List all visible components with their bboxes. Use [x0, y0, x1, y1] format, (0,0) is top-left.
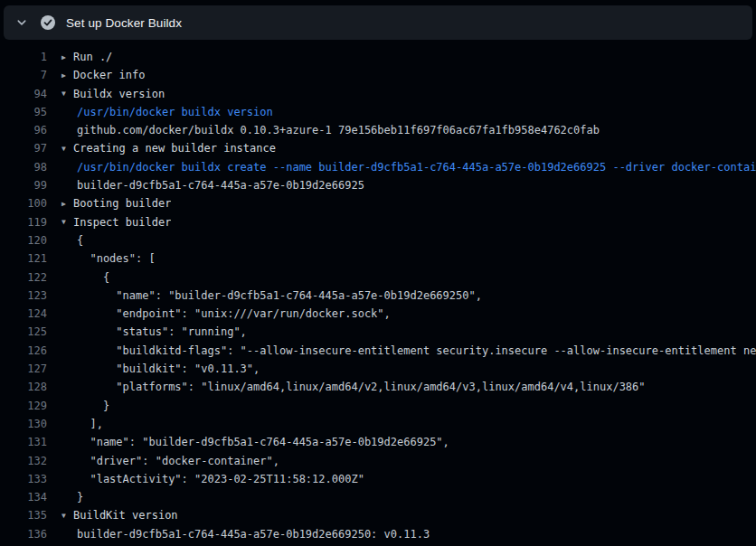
line-number-link[interactable]: 125: [0, 323, 47, 341]
check-circle-icon: [41, 15, 55, 30]
log-output-text: }: [47, 488, 83, 506]
line-number-link[interactable]: 122: [0, 268, 47, 287]
log-line: 132 "driver": "docker-container",: [0, 452, 756, 470]
line-number-link[interactable]: 119: [0, 213, 47, 231]
log-output-text: "buildkitd-flags": "--allow-insecure-ent…: [47, 342, 756, 360]
line-number-link[interactable]: 134: [0, 488, 47, 506]
log-line: 129 }: [0, 397, 756, 415]
line-number-link[interactable]: 120: [0, 231, 47, 249]
log-line: 1 ▶Run ./: [0, 48, 756, 66]
line-number-link[interactable]: 96: [0, 121, 47, 139]
log-line: 136 builder-d9cfb5a1-c764-445a-a57e-0b19…: [0, 525, 756, 543]
triangle-expanded-icon: ▼: [61, 507, 73, 525]
log-output-text: "name": "builder-d9cfb5a1-c764-445a-a57e…: [47, 433, 449, 451]
triangle-expanded-icon: ▼: [61, 85, 73, 103]
line-number-link[interactable]: 135: [0, 506, 47, 524]
log-output-text: ],: [47, 415, 103, 433]
triangle-collapsed-icon: ▶: [61, 49, 73, 67]
log-output-text: }: [47, 397, 109, 415]
line-number-link[interactable]: 1: [0, 48, 47, 66]
log-output-text: github.com/docker/buildx 0.10.3+azure-1 …: [47, 121, 600, 139]
log-line: 98 /usr/bin/docker buildx create --name …: [0, 158, 756, 176]
log-viewer: 1 ▶Run ./ 7 ▶Docker info 94 ▼Buildx vers…: [0, 40, 756, 546]
log-line: 125 "status": "running",: [0, 323, 756, 341]
log-line: 124 "endpoint": "unix:///var/run/docker.…: [0, 305, 756, 323]
log-line: 133 "lastActivity": "2023-02-25T11:58:12…: [0, 470, 756, 488]
log-group-title: BuildKit version: [73, 509, 178, 522]
log-line: 120 {: [0, 231, 756, 249]
log-group-title: Buildx version: [73, 88, 165, 100]
log-output-text: "endpoint": "unix:///var/run/docker.sock…: [47, 305, 391, 323]
log-group-title: Docker info: [73, 69, 145, 81]
log-group-toggle[interactable]: ▶Docker info: [47, 66, 145, 84]
log-group-title: Inspect builder: [73, 216, 171, 229]
step-title: Set up Docker Buildx: [66, 16, 182, 30]
line-number-link[interactable]: 136: [0, 525, 47, 543]
log-group-title: Booting builder: [73, 197, 171, 210]
log-line: 119 ▼Inspect builder: [0, 213, 756, 231]
triangle-collapsed-icon: ▶: [61, 67, 73, 85]
log-line: 7 ▶Docker info: [0, 66, 756, 84]
triangle-expanded-icon: ▼: [61, 140, 73, 158]
log-group-toggle[interactable]: ▼Inspect builder: [47, 213, 171, 231]
line-number-link[interactable]: 100: [0, 194, 47, 212]
log-line: 121 "nodes": [: [0, 249, 756, 268]
log-line: 127 "buildkit": "v0.11.3",: [0, 360, 756, 378]
line-number-link[interactable]: 123: [0, 287, 47, 305]
log-command-text: /usr/bin/docker buildx version: [47, 103, 273, 121]
log-line: 122 {: [0, 268, 756, 287]
triangle-collapsed-icon: ▶: [61, 195, 73, 213]
log-group-toggle[interactable]: ▶Booting builder: [47, 194, 171, 212]
log-output-text: {: [47, 268, 109, 287]
line-number-link[interactable]: 128: [0, 378, 47, 396]
log-group-toggle[interactable]: ▼Creating a new builder instance: [47, 139, 276, 157]
log-group-toggle[interactable]: ▼Buildx version: [47, 85, 165, 103]
line-number-link[interactable]: 131: [0, 433, 47, 451]
log-line: 130 ],: [0, 415, 756, 433]
log-command-text: /usr/bin/docker buildx create --name bui…: [47, 158, 756, 176]
log-line: 100 ▶Booting builder: [0, 194, 756, 212]
log-group-title: Creating a new builder instance: [73, 142, 276, 155]
line-number-link[interactable]: 127: [0, 360, 47, 378]
log-line: 94 ▼Buildx version: [0, 85, 756, 103]
log-output-text: "nodes": [: [47, 249, 156, 268]
log-group-toggle[interactable]: ▼BuildKit version: [47, 506, 178, 524]
log-output-text: "buildkit": "v0.11.3",: [47, 360, 260, 378]
log-output-text: builder-d9cfb5a1-c764-445a-a57e-0b19d2e6…: [47, 525, 430, 543]
line-number-link[interactable]: 121: [0, 249, 47, 268]
log-output-text: {: [47, 231, 83, 249]
line-number-link[interactable]: 7: [0, 66, 47, 84]
log-output-text: "lastActivity": "2023-02-25T11:58:12.000…: [47, 470, 364, 488]
line-number-link[interactable]: 95: [0, 103, 47, 121]
line-number-link[interactable]: 133: [0, 470, 47, 488]
log-group-toggle[interactable]: ▶Run ./: [47, 48, 112, 66]
log-line: 131 "name": "builder-d9cfb5a1-c764-445a-…: [0, 433, 756, 451]
log-line: 99 builder-d9cfb5a1-c764-445a-a57e-0b19d…: [0, 176, 756, 194]
log-output-text: "name": "builder-d9cfb5a1-c764-445a-a57e…: [47, 287, 482, 305]
log-output-text: builder-d9cfb5a1-c764-445a-a57e-0b19d2e6…: [47, 176, 364, 194]
triangle-expanded-icon: ▼: [61, 213, 73, 231]
log-line: 123 "name": "builder-d9cfb5a1-c764-445a-…: [0, 287, 756, 305]
log-line: 97 ▼Creating a new builder instance: [0, 139, 756, 157]
log-line: 126 "buildkitd-flags": "--allow-insecure…: [0, 342, 756, 360]
log-line: 135 ▼BuildKit version: [0, 506, 756, 524]
log-output-text: "status": "running",: [47, 323, 247, 341]
log-group-title: Run ./: [73, 51, 112, 63]
log-line: 96 github.com/docker/buildx 0.10.3+azure…: [0, 121, 756, 139]
line-number-link[interactable]: 129: [0, 397, 47, 415]
chevron-down-icon[interactable]: [14, 15, 29, 30]
step-header[interactable]: Set up Docker Buildx: [4, 5, 752, 40]
log-line: 134 }: [0, 488, 756, 506]
line-number-link[interactable]: 132: [0, 452, 47, 470]
log-output-text: "driver": "docker-container",: [47, 452, 279, 470]
log-output-text: "platforms": "linux/amd64,linux/amd64/v2…: [47, 378, 646, 396]
line-number-link[interactable]: 130: [0, 415, 47, 433]
log-line: 128 "platforms": "linux/amd64,linux/amd6…: [0, 378, 756, 396]
line-number-link[interactable]: 97: [0, 139, 47, 157]
line-number-link[interactable]: 94: [0, 85, 47, 103]
line-number-link[interactable]: 98: [0, 158, 47, 176]
log-line: 95 /usr/bin/docker buildx version: [0, 103, 756, 121]
line-number-link[interactable]: 126: [0, 342, 47, 360]
line-number-link[interactable]: 99: [0, 176, 47, 194]
line-number-link[interactable]: 124: [0, 305, 47, 323]
